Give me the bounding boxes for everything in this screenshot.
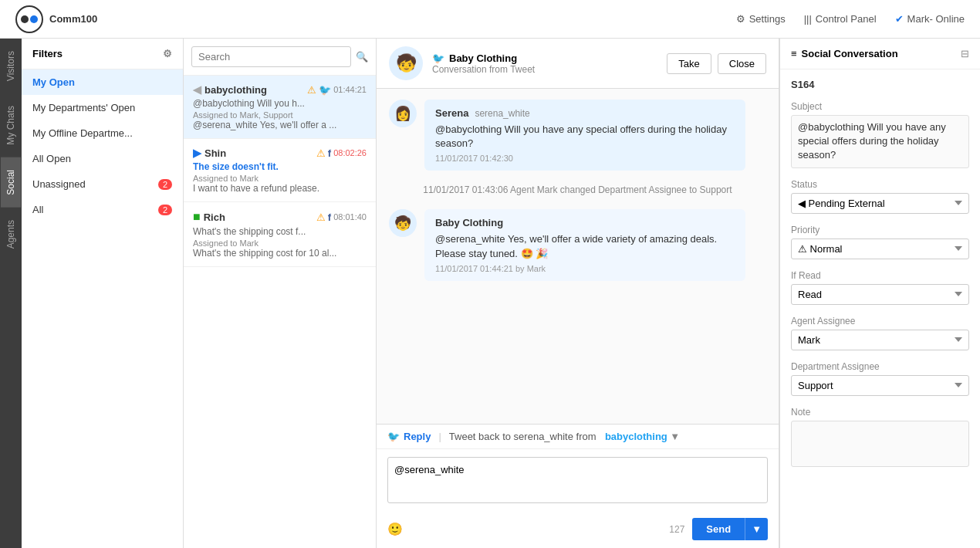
agent-assignee-label: Agent Assignee: [791, 316, 969, 326]
chat-header: 🧒 🐦 Baby Clothing Conversation from Twee…: [377, 39, 779, 89]
chat-assigned-babyclothing: Assigned to Mark, Support: [193, 110, 367, 120]
chat-time-babyclothing: 01:44:21: [333, 85, 367, 94]
subject-label: Subject: [791, 101, 969, 112]
twitter-icon: 🐦: [319, 84, 331, 96]
send-button[interactable]: Send: [692, 518, 745, 540]
chat-main: 🧒 🐦 Baby Clothing Conversation from Twee…: [377, 39, 779, 548]
message-bubble-serena: Serena serena_white @babyclothing Will y…: [424, 100, 745, 171]
sidebar-item-my-offline[interactable]: My Offline Departme...: [22, 120, 183, 146]
subject-value: @babyclothing Will you have any special …: [791, 115, 969, 168]
sidebar-item-visitors[interactable]: Visitors: [1, 39, 21, 93]
chat-header-info: 🐦 Baby Clothing Conversation from Tweet: [432, 52, 657, 75]
sidebar-item-social[interactable]: Social: [1, 157, 21, 208]
arrow-left-icon: ◀: [193, 83, 201, 96]
sidebar-item-all[interactable]: All 2: [22, 197, 183, 222]
panel-list-icon: ≡: [791, 48, 797, 59]
search-bar: 🔍: [184, 39, 376, 76]
close-button[interactable]: Close: [718, 53, 766, 74]
chat-time-shin: 08:02:26: [333, 148, 367, 157]
message-row-serena: 👩 Serena serena_white @babyclothing Will…: [389, 100, 766, 171]
arrow-right-icon: ▶: [193, 147, 201, 159]
chat-item-babyclothing[interactable]: ◀ babyclothing ⚠ 🐦 01:44:21 @babyclothin…: [184, 76, 376, 139]
priority-label: Priority: [791, 225, 969, 235]
reply-footer: 🙂 127 Send ▼: [377, 513, 779, 548]
field-group-priority: Priority ⚠ Normal Low High Urgent: [791, 225, 969, 259]
sidebar-item-my-dept-open[interactable]: My Departments' Open: [22, 95, 183, 120]
field-group-subject: Subject @babyclothing Will you have any …: [791, 101, 969, 168]
fb-icon-rich: f: [328, 211, 331, 223]
sidebar-item-my-offline-label: My Offline Departme...: [32, 127, 133, 139]
message-avatar-babyclothing: 🧒: [389, 209, 417, 237]
field-group-agent: Agent Assignee Mark: [791, 316, 969, 350]
dropdown-arrow-icon[interactable]: ▼: [670, 431, 680, 442]
status-label: Status: [791, 179, 969, 190]
reply-tab-label: Reply: [404, 431, 431, 442]
sidebar-settings-icon[interactable]: ⚙: [163, 48, 172, 59]
svg-point-1: [21, 15, 29, 23]
chat-preview-babyclothing: @babyclothing Will you h...: [193, 98, 367, 109]
message-avatar-serena: 👩: [389, 100, 417, 127]
message-sender-babyclothing: Baby Clothing: [435, 217, 503, 228]
message-text-serena: @babyclothing Will you have any special …: [435, 123, 735, 151]
if-read-label: If Read: [791, 270, 969, 281]
sidebar-item-my-open[interactable]: My Open: [22, 69, 183, 95]
chat-time-rich: 08:01:40: [333, 212, 367, 222]
logo-text: Comm100: [49, 13, 97, 25]
send-dropdown-button[interactable]: ▼: [745, 518, 768, 540]
reply-input[interactable]: @serena_white: [387, 457, 768, 503]
check-circle-icon: ✔: [895, 13, 904, 25]
sidebar-item-my-chats[interactable]: My Chats: [1, 93, 21, 157]
main-container: Visitors My Chats Social Agents Filters …: [0, 39, 980, 548]
note-input[interactable]: [791, 421, 969, 467]
send-btn-wrap: Send ▼: [692, 518, 768, 540]
logo: Comm100: [15, 5, 97, 33]
mark-online-action[interactable]: ✔ Mark- Online: [895, 13, 965, 25]
dept-assignee-select[interactable]: Support: [791, 375, 969, 396]
right-panel-title: ≡ Social Conversation: [791, 48, 898, 59]
chat-list: 🔍 ◀ babyclothing ⚠ 🐦 01:44:21 @babycloth…: [184, 39, 377, 548]
agent-assignee-select[interactable]: Mark: [791, 330, 969, 350]
sidebar-item-agents[interactable]: Agents: [1, 208, 21, 261]
chat-sub-babyclothing: @serena_white Yes, we'll offer a ...: [193, 120, 367, 130]
chat-sub-rich: What's the shipping cost for 10 al...: [193, 248, 367, 259]
message-time-serena: 11/01/2017 01:42:30: [435, 154, 735, 163]
message-sender-serena: Serena: [435, 107, 468, 119]
if-read-select[interactable]: Read Unread: [791, 284, 969, 305]
message-header-serena: Serena serena_white: [435, 107, 735, 119]
settings-label: Settings: [749, 13, 786, 25]
status-select[interactable]: ◀ Pending External Open Closed: [791, 193, 969, 214]
sidebar-header: Filters ⚙: [22, 39, 183, 69]
chat-item-rich[interactable]: ■ Rich ⚠ f 08:01:40 What's the shipping …: [184, 202, 376, 267]
warning-icon-shin: ⚠: [316, 147, 326, 159]
conversation-id: S164: [791, 79, 969, 90]
warning-icon: ⚠: [307, 84, 316, 96]
green-dot-icon: ■: [193, 210, 201, 224]
sidebar-item-all-open[interactable]: All Open: [22, 146, 183, 171]
panel-collapse-icon[interactable]: ⊟: [961, 48, 969, 59]
emoji-icon[interactable]: 🙂: [387, 522, 403, 536]
message-time-babyclothing: 11/01/2017 01:44:21 by Mark: [435, 264, 735, 273]
settings-icon: ⚙: [736, 13, 745, 25]
priority-select[interactable]: ⚠ Normal Low High Urgent: [791, 238, 969, 259]
chat-preview-rich: What's the shipping cost f...: [193, 226, 367, 237]
sidebar-item-unassigned[interactable]: Unassigned 2: [22, 171, 183, 197]
settings-action[interactable]: ⚙ Settings: [736, 13, 786, 25]
sidebar-title: Filters: [32, 48, 63, 59]
control-panel-icon: |||: [804, 13, 812, 25]
svg-point-2: [30, 15, 38, 23]
reply-header: 🐦 Reply | Tweet back to serena_white fro…: [377, 425, 779, 449]
control-panel-action[interactable]: ||| Control Panel: [804, 13, 877, 25]
reply-tab[interactable]: 🐦 Reply: [387, 431, 431, 442]
twitter-reply-icon: 🐦: [387, 431, 400, 442]
vertical-nav: Visitors My Chats Social Agents: [0, 39, 22, 548]
unassigned-badge: 2: [158, 179, 172, 190]
field-group-note: Note: [791, 407, 969, 469]
reply-text-area: @serena_white: [377, 449, 779, 513]
take-button[interactable]: Take: [667, 53, 711, 74]
reply-handle-text[interactable]: babyclothing: [605, 431, 667, 442]
reply-area: 🐦 Reply | Tweet back to serena_white fro…: [377, 424, 779, 548]
chat-header-name: 🐦 Baby Clothing: [432, 52, 657, 64]
search-input[interactable]: [191, 46, 351, 67]
chat-item-shin[interactable]: ▶ Shin ⚠ f 08:02:26 The size doesn't fit…: [184, 139, 376, 202]
message-bubble-babyclothing: Baby Clothing @serena_white Yes, we'll o…: [424, 209, 745, 280]
